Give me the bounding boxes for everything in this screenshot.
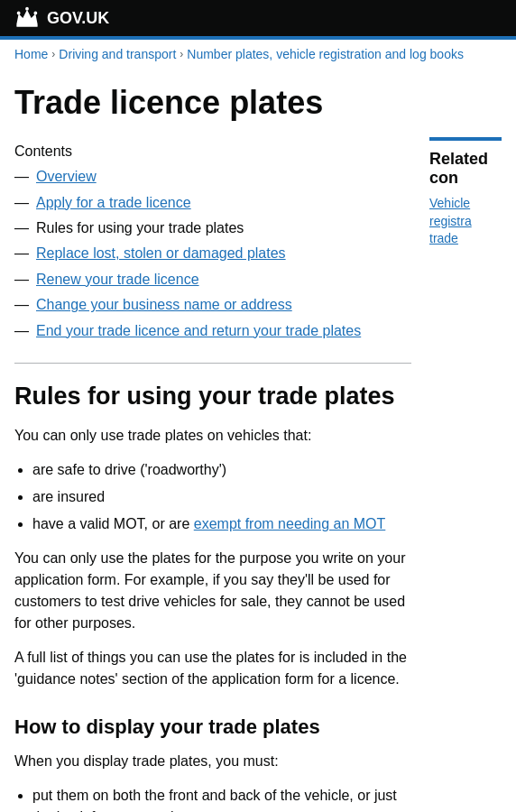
contents-item-apply: — Apply for a trade licence <box>14 193 411 213</box>
gov-header: GOV.UK <box>0 0 516 36</box>
dash-5: — <box>14 270 29 290</box>
gov-logo[interactable]: GOV.UK <box>14 5 109 31</box>
svg-point-2 <box>25 7 29 11</box>
breadcrumb-sep-2: › <box>180 48 183 60</box>
related-content: Related con Vehicle registra trade <box>429 137 502 248</box>
display-heading: How to display your trade plates <box>14 715 411 739</box>
contents-link-overview[interactable]: Overview <box>36 167 97 187</box>
page-title: Trade licence plates <box>14 83 411 122</box>
contents-label: Contents <box>14 143 411 160</box>
svg-point-1 <box>17 12 21 15</box>
vehicles-item-mot: have a valid MOT, or are exempt from nee… <box>32 513 411 535</box>
display-item-front-back: put them on both the front and back of t… <box>32 785 411 812</box>
dash-6: — <box>14 295 29 315</box>
breadcrumb-number-plates[interactable]: Number plates, vehicle registration and … <box>187 47 464 61</box>
rules-heading: Rules for using your trade plates <box>14 382 411 411</box>
breadcrumb-home[interactable]: Home <box>14 47 48 61</box>
contents-item-replace: — Replace lost, stolen or damaged plates <box>14 244 411 263</box>
dash-2: — <box>14 193 29 213</box>
contents-link-apply[interactable]: Apply for a trade licence <box>36 193 191 213</box>
gov-logo-text: GOV.UK <box>47 9 109 28</box>
dash-1: — <box>14 167 29 187</box>
contents-link-change[interactable]: Change your business name or address <box>36 295 292 315</box>
crown-icon <box>14 5 40 31</box>
contents-section: Contents — Overview — Apply for a trade … <box>14 143 411 341</box>
contents-list: — Overview — Apply for a trade licence —… <box>14 167 411 341</box>
intro-text: You can only use trade plates on vehicle… <box>14 425 411 447</box>
related-heading: Related con <box>429 150 502 188</box>
contents-item-renew: — Renew your trade licence <box>14 270 411 290</box>
content-area: Trade licence plates Contents — Overview… <box>14 83 411 812</box>
mot-exempt-link[interactable]: exempt from needing an MOT <box>194 516 386 531</box>
dash-7: — <box>14 321 29 341</box>
main-wrapper: Trade licence plates Contents — Overview… <box>0 69 516 812</box>
breadcrumb: Home › Driving and transport › Number pl… <box>0 40 516 69</box>
display-intro: When you display trade plates, you must: <box>14 751 411 772</box>
vehicles-list: are safe to drive ('roadworthy') are ins… <box>32 459 411 535</box>
breadcrumb-sep-1: › <box>51 48 55 60</box>
guidance-paragraph: A full list of things you can use the pl… <box>14 647 411 690</box>
related-link[interactable]: Vehicle registra trade <box>429 195 502 248</box>
contents-link-renew[interactable]: Renew your trade licence <box>36 270 199 290</box>
svg-point-3 <box>33 12 37 15</box>
contents-item-rules: — Rules for using your trade plates <box>14 218 411 238</box>
contents-item-overview: — Overview <box>14 167 411 187</box>
contents-item-change: — Change your business name or address <box>14 295 411 315</box>
contents-link-replace[interactable]: Replace lost, stolen or damaged plates <box>36 244 286 263</box>
dash-3: — <box>14 218 29 238</box>
section-divider <box>14 363 411 364</box>
contents-link-end[interactable]: End your trade licence and return your t… <box>36 321 361 341</box>
vehicles-item-insured: are insured <box>32 486 411 508</box>
vehicles-item-safe: are safe to drive ('roadworthy') <box>32 459 411 481</box>
sidebar: Related con Vehicle registra trade <box>429 83 502 812</box>
svg-rect-0 <box>16 24 37 27</box>
display-list: put them on both the front and back of t… <box>32 785 411 812</box>
dash-4: — <box>14 244 29 263</box>
breadcrumb-driving[interactable]: Driving and transport <box>59 47 176 61</box>
contents-item-end: — End your trade licence and return your… <box>14 321 411 341</box>
purpose-paragraph: You can only use the plates for the purp… <box>14 548 411 634</box>
contents-current-rules: Rules for using your trade plates <box>36 218 244 238</box>
